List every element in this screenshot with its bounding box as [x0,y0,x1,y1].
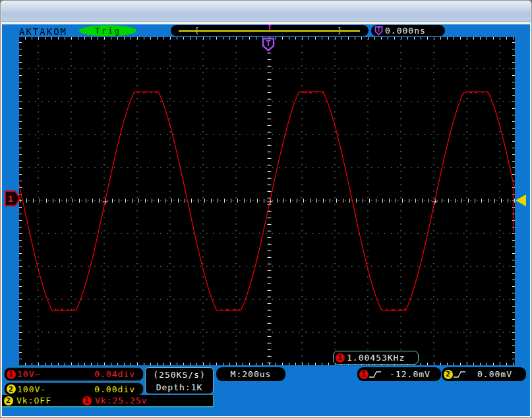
timebase-window-bar[interactable]: [ ] T [171,25,369,36]
scope-screen: AKTAKOM Trig [ ] T T 0.000ns T [2,24,530,416]
ch1-position: 0.04div [94,369,135,379]
svg-text:T: T [266,38,271,48]
trigger1-level: -12.0mV [382,369,438,379]
trigger-level-arrow[interactable] [516,194,526,206]
vk-status-bar: 2 Vk:OFF 1 Vk:25.25v [2,395,214,407]
ch1-badge: 1 [336,353,345,363]
ch2-vk-value: Vk:OFF [16,396,51,405]
brand-label: AKTAKOM [19,26,67,37]
waveform-trace [19,92,514,311]
frequency-readout: 1 1.00453KHz [333,351,419,365]
frequency-value: 1.00453KHz [347,353,405,363]
ch1-scale: 10V~ [17,369,40,379]
ch2-scale: 100V- [17,384,46,394]
ch2-badge: 2 [7,384,16,394]
svg-text:T: T [377,26,380,33]
ch2-settings-pill[interactable]: 2 100V- 0.00div [4,382,144,396]
memory-depth: Depth:1K [146,381,213,394]
ch1-badge: 1 [7,370,16,379]
oscilloscope-window: AKTAKOM Trig [ ] T T 0.000ns T [0,0,532,418]
graticule-svg [19,37,515,365]
trigger-status-badge: Trig [79,25,136,36]
acquisition-box: (250KS/s) Depth:1K [145,367,214,394]
ch1-badge: 1 [82,396,92,405]
window-titlebar[interactable] [1,1,531,22]
trigger-time-readout: T 0.000ns [371,25,445,36]
ch1-ground-marker[interactable]: 1 [5,191,21,206]
ch1-vk-group: 1 Vk:25.25v [82,396,147,405]
ch1-vk-value: Vk:25.25v [95,396,147,405]
sample-rate: (250KS/s) [146,369,213,381]
trigger-status-label: Trig [95,26,121,36]
trigger-shield-icon: T [374,26,383,36]
trigger-time-value: 0.000ns [385,26,426,36]
timebase-pill[interactable]: M:200us [216,367,285,381]
graticule [19,37,515,365]
trigger2-level-pill[interactable]: 2 0.00mV [442,367,526,381]
trigger-position-marker[interactable]: T [262,38,275,51]
timebase-value: M:200us [231,369,272,379]
ch2-badge: 2 [444,370,453,379]
ch1-settings-pill[interactable]: 1 10V~ 0.04div [4,367,144,381]
trigger-marker-t: T [171,24,369,31]
rising-edge-icon [369,370,382,379]
trigger1-level-pill[interactable]: 1 -12.0mV [357,367,441,381]
ch2-badge: 2 [4,396,13,405]
svg-text:1: 1 [8,194,13,204]
ch2-vk-group: 2 Vk:OFF [4,396,51,405]
rising-edge-icon [453,370,466,379]
trigger2-level: 0.00mV [466,369,523,379]
ch1-badge: 1 [359,370,369,379]
ch2-position: 0.00div [94,384,135,394]
